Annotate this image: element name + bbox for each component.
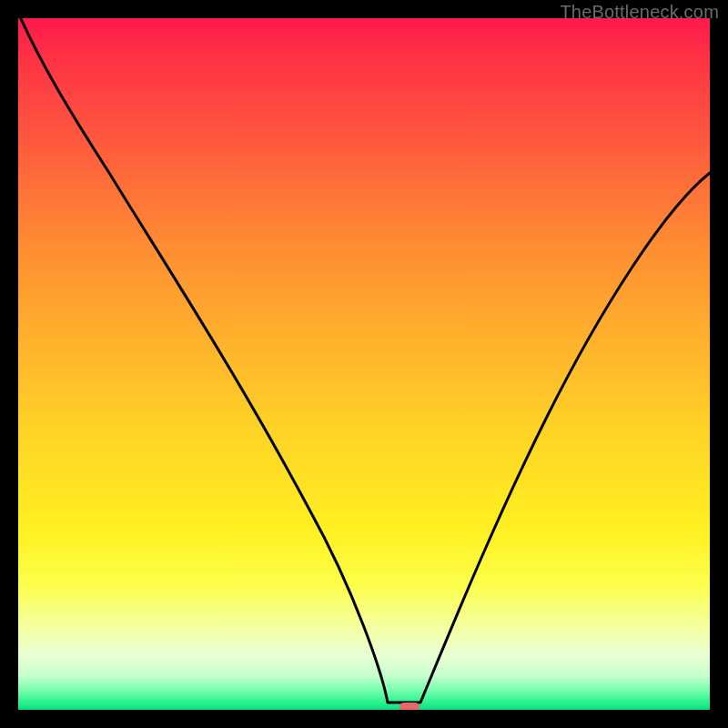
curve-path [18, 18, 710, 703]
bottleneck-curve [18, 18, 710, 710]
chart-frame: TheBottleneck.com [0, 0, 728, 728]
current-config-marker [399, 703, 420, 710]
plot-area [18, 18, 710, 710]
